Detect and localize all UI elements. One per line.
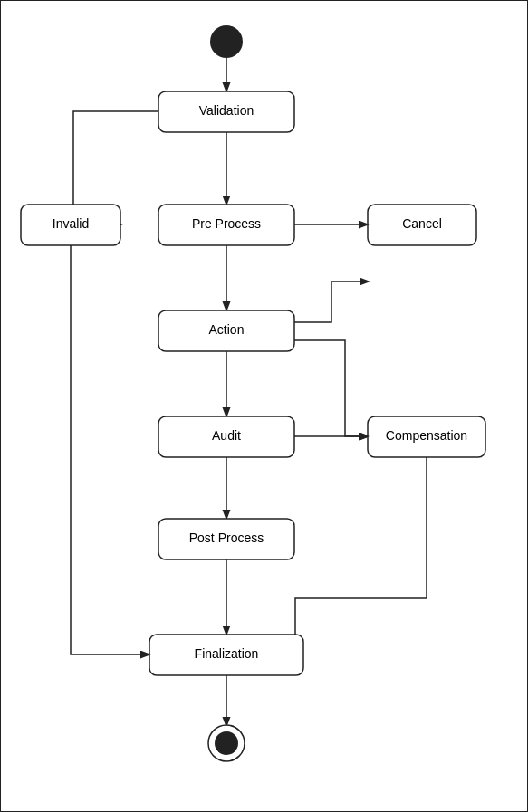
cancel-label: Cancel (402, 216, 442, 231)
preprocess-label: Pre Process (192, 216, 261, 231)
invalid-label: Invalid (53, 216, 89, 231)
arrow-action-cancel (294, 282, 368, 322)
arrow-invalid-finalization (71, 245, 149, 654)
validation-label: Validation (199, 103, 254, 118)
diagram-container: Validation Invalid Pre Process Cancel Ac… (0, 0, 528, 812)
postprocess-label: Post Process (189, 530, 264, 545)
arrow-action-compensation (294, 340, 368, 436)
action-label: Action (209, 322, 245, 337)
compensation-label: Compensation (386, 428, 467, 443)
start-node (210, 25, 243, 58)
diagram-svg: Validation Invalid Pre Process Cancel Ac… (1, 1, 528, 812)
finalization-label: Finalization (195, 646, 259, 661)
end-node-inner (215, 731, 238, 755)
audit-label: Audit (212, 428, 241, 443)
arrow-compensation-finalization (295, 457, 427, 654)
